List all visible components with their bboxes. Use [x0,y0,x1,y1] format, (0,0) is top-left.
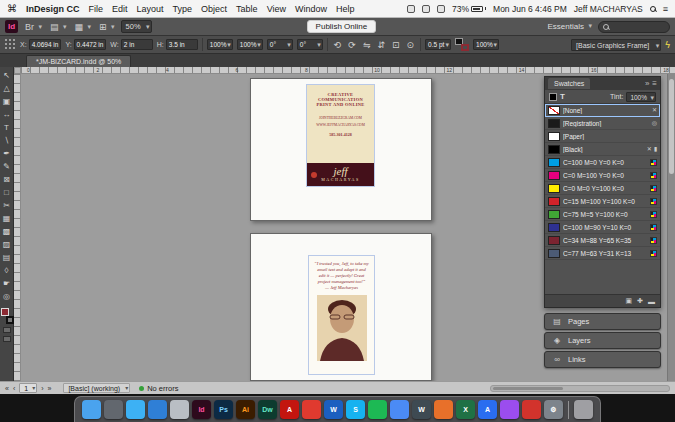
fill-stroke-proxy[interactable] [455,38,469,51]
previous-page-button[interactable]: ‹ [13,385,15,392]
battery-indicator[interactable]: 73% [452,4,486,14]
hand-tool[interactable]: ☛ [0,277,14,290]
panel-button-layers[interactable]: ◈Layers [544,332,661,349]
bridge-icon[interactable]: Br [23,20,43,34]
swatch-row[interactable]: C=75 M=5 Y=100 K=0 [545,208,660,221]
dock-app-store[interactable]: A [478,400,497,419]
menu-help[interactable]: Help [336,4,355,14]
scrollbar-thumb[interactable] [669,79,674,174]
app-menu-indesign[interactable]: InDesign CC [26,4,80,14]
document-tab[interactable]: *JM-BIZCARD.indd @ 50% [26,55,131,67]
dock-system-preferences[interactable]: ⚙ [544,400,563,419]
transform-y-input[interactable]: 0.4472 in [74,39,107,50]
flip-vertical-icon[interactable]: ⇵ [375,38,387,52]
rotate-ccw-icon[interactable]: ⟲ [332,38,344,52]
menu-window[interactable]: Window [295,4,327,14]
dock-illustrator[interactable]: Ai [236,400,255,419]
page-tool[interactable]: ▣ [0,95,14,108]
text-proxy-icon[interactable]: T [560,92,565,101]
new-color-group-icon[interactable]: ▣ [626,297,633,305]
swatch-row[interactable]: C=0 M=0 Y=100 K=0 [545,182,660,195]
horizontal-ruler[interactable]: 024681012141618 [21,67,675,74]
menu-table[interactable]: Table [236,4,258,14]
menubar-user[interactable]: Jeff MACHARYAS [574,4,643,14]
panel-button-pages[interactable]: ▤Pages [544,313,661,330]
tint-value-dropdown[interactable]: 100% [626,92,656,102]
preflight-profile-dropdown[interactable]: [Basic] (working) [63,383,130,393]
select-content-icon[interactable]: ⊙ [405,38,417,52]
selection-tool[interactable]: ↖ [0,69,14,82]
last-page-button[interactable]: » [48,385,52,392]
stroke-weight-dropdown[interactable]: 0.5 pt [425,39,451,50]
swatch-row[interactable]: [None]✕ [545,104,660,117]
status-icon[interactable] [407,5,415,13]
ruler-origin[interactable] [14,67,21,74]
rectangle-frame-tool[interactable]: ⊠ [0,173,14,186]
dock-itunes[interactable] [500,400,519,419]
swatch-row[interactable]: C=77 M=63 Y=31 K=13 [545,247,660,260]
reference-point-widget[interactable] [5,39,16,50]
tools-stroke-chip[interactable] [6,316,14,324]
transform-h-input[interactable]: 3.5 in [166,39,198,50]
transform-x-input[interactable]: 4.0694 in [29,39,62,50]
tools-fill-stroke[interactable] [0,308,14,324]
page-number-dropdown[interactable]: 1 [19,383,37,393]
dock-excel[interactable]: X [456,400,475,419]
menu-edit[interactable]: Edit [112,4,128,14]
select-container-icon[interactable]: ⊡ [390,38,402,52]
fill-proxy-icon[interactable] [549,93,557,101]
screen-mode-button[interactable] [3,327,11,333]
dock-trash[interactable] [574,400,593,419]
arrange-documents-icon[interactable]: ⊞ [97,20,116,34]
stroke-color-chip[interactable] [461,44,469,51]
pen-tool[interactable]: ✒ [0,147,14,160]
panel-button-links[interactable]: ∞Links [544,351,661,368]
pencil-tool[interactable]: ✎ [0,160,14,173]
object-style-dropdown[interactable]: [Basic Graphics Frame] [571,39,661,51]
swatch-row[interactable]: [Black]✕▮ [545,143,660,156]
rotation-input[interactable]: 0° [267,39,293,50]
dock-photoshop[interactable]: Ps [214,400,233,419]
zoom-level-dropdown[interactable]: 50% [121,20,152,33]
dock-pdf-document[interactable] [302,400,321,419]
swatch-row[interactable]: C=0 M=100 Y=0 K=0 [545,169,660,182]
flip-horizontal-icon[interactable]: ⇋ [361,38,373,52]
horizontal-scrollbar[interactable] [490,385,670,392]
delete-swatch-icon[interactable]: ▬ [648,298,655,305]
opacity-dropdown[interactable]: 100% [473,39,499,50]
quick-apply-icon[interactable]: ϟ [665,40,670,50]
menu-file[interactable]: File [89,4,104,14]
scale-x-input[interactable]: 100% [207,39,233,50]
status-icon[interactable] [422,5,430,13]
type-tool[interactable]: T [0,121,14,134]
note-tool[interactable]: ▤ [0,251,14,264]
menubar-clock[interactable]: Mon Jun 6 4:46 PM [493,4,567,14]
rectangle-tool[interactable]: □ [0,186,14,199]
dock-chrome[interactable] [390,400,409,419]
eyedropper-tool[interactable]: ◊ [0,264,14,277]
dock-contacts[interactable] [170,400,189,419]
tools-fill-chip[interactable] [1,308,9,316]
vertical-ruler[interactable] [14,74,21,381]
scissors-tool[interactable]: ✂ [0,199,14,212]
dock-launchpad[interactable] [104,400,123,419]
view-options-icon[interactable]: ▤ [48,20,68,34]
notification-center-icon[interactable]: ≡ [663,4,668,14]
dock-indesign[interactable]: Id [192,400,211,419]
scale-y-input[interactable]: 100% [237,39,263,50]
menu-object[interactable]: Object [201,4,227,14]
direct-selection-tool[interactable]: △ [0,82,14,95]
new-swatch-icon[interactable]: ✚ [637,297,643,305]
spread-page-1[interactable]: CREATIVE COMMUNICATION PRINT AND ONLINE … [250,78,432,221]
menu-type[interactable]: Type [173,4,193,14]
search-input[interactable] [612,23,665,30]
dock-utility[interactable] [522,400,541,419]
workspace-switcher[interactable]: Essentials [548,22,593,31]
swatch-row[interactable]: [Registration]◎ [545,117,660,130]
preview-mode-button[interactable] [3,336,11,342]
spread-page-2[interactable]: “I trusted you, Jeff, to take myemail te… [250,233,432,381]
dock-wordpress[interactable]: W [412,400,431,419]
hscrollbar-thumb[interactable] [493,387,563,390]
dock-skype[interactable]: S [346,400,365,419]
swatch-row[interactable]: C=15 M=100 Y=100 K=0 [545,195,660,208]
